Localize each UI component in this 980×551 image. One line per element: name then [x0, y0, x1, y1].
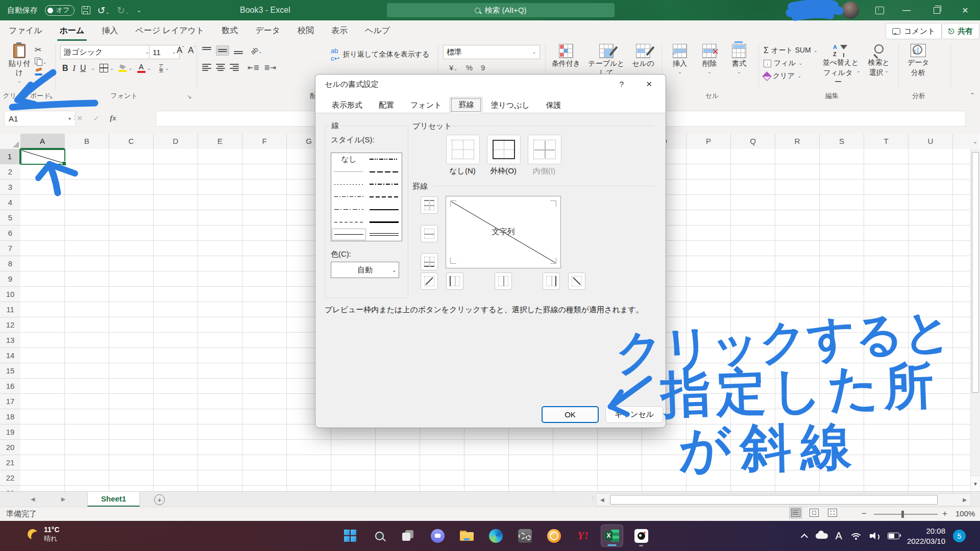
row-header[interactable]: 8 — [0, 256, 20, 271]
align-left-button[interactable] — [202, 64, 211, 71]
row-header[interactable]: 15 — [0, 363, 20, 379]
collapse-ribbon-button[interactable]: ⌃ — [970, 92, 975, 99]
scroll-down-icon[interactable]: ▼ — [971, 475, 980, 491]
border-middle-v-button[interactable] — [495, 272, 512, 290]
zoom-level[interactable]: 100% — [955, 509, 975, 518]
orange-app-button[interactable] — [543, 524, 565, 547]
select-all-corner[interactable] — [0, 134, 21, 149]
borders-button[interactable]: ⌄ — [100, 64, 114, 72]
currency-format-button[interactable]: ¥⌄ — [449, 63, 458, 72]
new-sheet-button[interactable]: + — [154, 494, 165, 505]
format-cells-button[interactable]: 書式 ⌄ — [726, 44, 752, 74]
line-style-thick-solid[interactable] — [366, 216, 402, 229]
line-style-dash-dot-medium[interactable] — [366, 178, 402, 191]
border-top-button[interactable] — [421, 196, 438, 214]
row-header[interactable]: 10 — [0, 287, 20, 302]
confirm-entry-button[interactable]: ✓ — [93, 114, 100, 123]
clipboard-dialog-launcher[interactable]: ↘ — [48, 93, 53, 100]
row-header[interactable]: 4 — [0, 195, 20, 210]
font-name-select[interactable]: 游ゴシック⌄ — [60, 45, 153, 59]
ribbon-display-options-button[interactable] — [868, 0, 891, 20]
underline-dropdown[interactable]: ⌄ — [90, 66, 94, 71]
start-button[interactable] — [339, 524, 361, 547]
sheet-tab-sheet1[interactable]: Sheet1 — [87, 492, 140, 507]
selected-cell-a1[interactable] — [20, 149, 65, 165]
zoom-slider-thumb[interactable] — [901, 511, 904, 518]
vertical-scrollbar[interactable]: ▼ — [970, 149, 980, 491]
tab-help[interactable]: ヘルプ — [356, 20, 399, 41]
formula-bar-expand-icon[interactable]: ⌄ — [971, 134, 979, 149]
decrease-font-button[interactable]: Aˇ — [188, 45, 195, 56]
onedrive-icon[interactable] — [816, 533, 828, 539]
cut-button[interactable]: ✂ — [35, 45, 43, 55]
undo-button[interactable]: ↺⌄ — [97, 6, 110, 15]
horizontal-scroll-thumb[interactable] — [610, 495, 938, 505]
color-select[interactable]: 自動 ⌄ — [331, 262, 399, 278]
comma-format-button[interactable]: 9 — [481, 63, 485, 72]
maximize-button[interactable] — [925, 0, 948, 20]
cancel-button[interactable]: キャンセル — [605, 406, 663, 423]
tab-view[interactable]: 表示 — [323, 20, 356, 41]
tab-file[interactable]: ファイル — [0, 20, 51, 41]
column-header[interactable]: U — [909, 134, 953, 149]
tab-page-layout[interactable]: ページ レイアウト — [127, 20, 213, 41]
row-header[interactable]: 7 — [0, 241, 20, 256]
avatar[interactable] — [842, 2, 859, 19]
row-header[interactable]: 18 — [0, 409, 20, 424]
delete-cells-button[interactable]: ✕ 削除 ⌄ — [696, 44, 723, 74]
sort-filter-button[interactable]: A Z 並べ替えと フィルター⌄ — [821, 44, 861, 87]
orientation-button[interactable]: ab⌄ — [251, 47, 262, 55]
tab-home[interactable]: ホーム — [51, 20, 93, 41]
zoom-in-button[interactable]: + — [942, 509, 947, 519]
cell-styles-button[interactable]: セルの — [629, 44, 657, 68]
border-preview[interactable]: 文字列 — [446, 196, 561, 268]
share-button[interactable]: ⎋ 共有 — [942, 23, 979, 39]
tray-expand-icon[interactable] — [800, 534, 807, 541]
search-box[interactable]: 検索 (Alt+Q) — [387, 3, 615, 17]
page-layout-view-button[interactable] — [810, 509, 819, 517]
excel-taskbar-button[interactable]: X — [601, 524, 623, 547]
conditional-formatting-button[interactable]: 条件付き — [549, 44, 583, 68]
cancel-entry-button[interactable]: ✕ — [77, 114, 83, 123]
row-header[interactable]: 1 — [0, 149, 20, 164]
copy-button[interactable]: ⌄ — [35, 58, 42, 65]
clock[interactable]: 20:08 2022/03/10 — [907, 526, 945, 546]
row-header[interactable]: 6 — [0, 226, 20, 241]
tab-data[interactable]: データ — [247, 20, 289, 41]
row-header[interactable]: 23 — [0, 486, 20, 491]
battery-icon[interactable] — [888, 533, 899, 539]
row-header[interactable]: 11 — [0, 302, 20, 317]
zoom-out-button[interactable]: − — [862, 509, 867, 519]
align-right-button[interactable] — [230, 64, 239, 71]
page-break-view-button[interactable] — [828, 509, 837, 517]
dialog-tab-protection[interactable]: 保護 — [538, 98, 570, 113]
paste-button[interactable]: 貼り付け ⌄ — [5, 44, 34, 84]
redo-button[interactable]: ↻⌄ — [117, 6, 129, 15]
format-as-table-button[interactable]: テーブルとして — [586, 44, 627, 78]
next-sheet-icon[interactable]: ▶ — [61, 496, 65, 503]
line-style-dash-dot-2[interactable] — [331, 203, 366, 216]
weather-widget[interactable]: 11°C 晴れ — [28, 525, 60, 543]
increase-font-button[interactable]: Aˆ — [177, 45, 184, 56]
tab-review[interactable]: 校閲 — [289, 20, 323, 41]
file-explorer-button[interactable] — [455, 524, 478, 547]
align-bottom-button[interactable] — [234, 47, 243, 54]
row-header[interactable]: 3 — [0, 180, 20, 195]
data-analysis-button[interactable]: データ 分析 — [902, 44, 934, 78]
autosave-toggle[interactable]: オフ — [45, 5, 75, 16]
border-middle-h-button[interactable] — [421, 225, 438, 242]
format-painter-button[interactable] — [35, 68, 43, 76]
minimize-button[interactable]: — — [895, 0, 918, 20]
row-header[interactable]: 17 — [0, 394, 20, 409]
column-header[interactable]: T — [864, 134, 909, 149]
row-header[interactable]: 22 — [0, 470, 20, 486]
name-box[interactable]: A1 ▾ — [4, 111, 76, 127]
fill-color-button[interactable]: ⌄ — [118, 64, 132, 72]
column-header[interactable]: B — [65, 134, 109, 149]
column-header[interactable]: R — [775, 134, 820, 149]
underline-button[interactable]: U — [80, 64, 86, 73]
taskbar-search-button[interactable] — [368, 524, 390, 547]
prev-sheet-icon[interactable]: ◀ — [31, 496, 35, 503]
row-header[interactable]: 2 — [0, 164, 20, 180]
line-style-long-dash[interactable] — [366, 166, 402, 179]
